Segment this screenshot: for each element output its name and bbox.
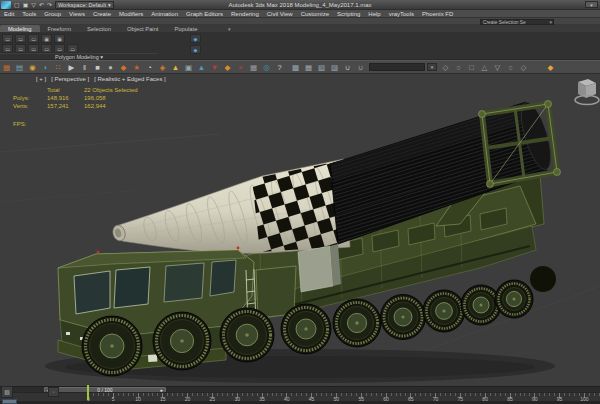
ribbon-button-blue[interactable]: ◆ bbox=[190, 45, 201, 54]
ribbon-button[interactable]: ▣ bbox=[54, 34, 65, 43]
menu-item[interactable]: Civil View bbox=[263, 11, 297, 17]
toolbar-icon[interactable]: ▶ bbox=[65, 62, 78, 73]
menu-item[interactable]: Create bbox=[89, 11, 115, 17]
menu-item[interactable]: Customize bbox=[297, 11, 333, 17]
toolbar-icon[interactable]: ◗ bbox=[39, 62, 52, 73]
track-bar-ruler[interactable]: 0510152025303540455055606570758085909510… bbox=[0, 392, 600, 401]
toolbar-icon[interactable]: ▼ bbox=[208, 62, 221, 73]
quick-access-icon[interactable]: ▣ bbox=[22, 1, 30, 9]
toolbar-icon[interactable]: ◇ bbox=[517, 62, 530, 73]
toolbar-icon[interactable]: △ bbox=[478, 62, 491, 73]
toolbar-icon[interactable]: ◎ bbox=[260, 62, 273, 73]
timeline-playhead[interactable] bbox=[87, 385, 89, 400]
ribbon-tab[interactable]: Populate bbox=[166, 25, 205, 32]
toolbar-icon[interactable]: ▤ bbox=[13, 62, 26, 73]
toolbar-icon[interactable]: ◆ bbox=[221, 62, 234, 73]
toolbar-icon[interactable]: ▽ bbox=[491, 62, 504, 73]
title-bar: ▢▣▽↶↷ Workspace: Default ▾ Autodesk 3ds … bbox=[0, 0, 600, 10]
toolbar-icon[interactable]: □ bbox=[465, 62, 478, 73]
ribbon-button[interactable]: ▭ bbox=[15, 44, 26, 53]
ribbon-tab[interactable]: Object Paint bbox=[119, 25, 167, 32]
ribbon-button[interactable]: ▭ bbox=[15, 34, 26, 43]
ribbon-button-blue[interactable]: ◆ bbox=[190, 34, 201, 43]
menu-item[interactable]: vrayTools bbox=[385, 11, 418, 17]
infocenter-box[interactable]: ▾ bbox=[585, 1, 598, 8]
ribbon-button[interactable]: ▭ bbox=[28, 44, 39, 53]
ribbon-button[interactable]: ▭ bbox=[41, 44, 52, 53]
ribbon-button[interactable]: ▭ bbox=[2, 44, 13, 53]
stats-fps: FPS: bbox=[13, 120, 138, 128]
menu-item[interactable]: Phoenix FD bbox=[418, 11, 457, 17]
toolbar-icon[interactable]: ▣ bbox=[182, 62, 195, 73]
ribbon-button[interactable]: ▣ bbox=[41, 34, 52, 43]
window-layout-icon[interactable]: ▨ bbox=[328, 62, 341, 73]
toolbar-icon[interactable]: ○ bbox=[452, 62, 465, 73]
menu-item[interactable]: Edit bbox=[0, 11, 18, 17]
window-layout-icon[interactable]: ▩ bbox=[289, 62, 302, 73]
viewport-shading-menu[interactable]: [ Realistic + Edged Faces ] bbox=[94, 76, 166, 82]
chevron-down-icon: ▾ bbox=[550, 20, 553, 24]
key-filter-button[interactable]: ◦ bbox=[48, 387, 59, 397]
toolbar-icon[interactable]: ◇ bbox=[439, 62, 452, 73]
toolbar-icon[interactable]: ★ bbox=[130, 62, 143, 73]
toolbar-icon[interactable]: ▲ bbox=[195, 62, 208, 73]
ribbon-tab[interactable]: Modeling bbox=[0, 25, 40, 32]
quick-access-toolbar: ▢▣▽↶↷ bbox=[13, 1, 53, 9]
menu-item[interactable]: Modifiers bbox=[115, 11, 147, 17]
toolbar-icon[interactable]: ○ bbox=[504, 62, 517, 73]
mini-curve-editor-button[interactable]: ▧ bbox=[1, 386, 13, 398]
shield-icon[interactable]: ◆ bbox=[544, 62, 557, 73]
menu-item[interactable]: Animation bbox=[147, 11, 182, 17]
ribbon-section-polygon-modeling[interactable]: Polygon Modeling ▾ bbox=[0, 53, 158, 60]
menu-item[interactable]: Tools bbox=[18, 11, 40, 17]
quick-access-icon[interactable]: ▢ bbox=[13, 1, 21, 9]
3dsmax-logo-icon[interactable] bbox=[1, 1, 11, 9]
toolbar-search-input[interactable] bbox=[369, 63, 425, 71]
named-selection-set-combo[interactable]: Create Selection Se ▾ bbox=[480, 19, 554, 25]
magnet-icon[interactable]: ∪ bbox=[354, 62, 367, 73]
toolbar-icon[interactable]: ◆ bbox=[117, 62, 130, 73]
workspace-selector[interactable]: Workspace: Default ▾ bbox=[55, 1, 114, 9]
toolbar-icon[interactable]: ? bbox=[273, 62, 286, 73]
bottom-left-panel-corner bbox=[2, 399, 17, 404]
toolbar-icon[interactable]: ■ bbox=[91, 62, 104, 73]
quick-access-icon[interactable]: ▽ bbox=[30, 1, 37, 9]
toolbar-icon[interactable]: × bbox=[234, 62, 247, 73]
toolbar-icon[interactable]: ● bbox=[104, 62, 117, 73]
ribbon-button[interactable]: ▭ bbox=[67, 44, 78, 53]
toolbar-icon[interactable]: ◔ bbox=[143, 62, 156, 73]
ribbon-tab[interactable]: Freeform bbox=[40, 25, 80, 32]
chevron-down-icon: ▾ bbox=[108, 2, 111, 8]
quick-access-icon[interactable]: ↷ bbox=[46, 1, 53, 9]
menu-item[interactable]: Rendering bbox=[227, 11, 263, 17]
menu-bar: EditToolsGroupViewsCreateModifiersAnimat… bbox=[0, 10, 600, 18]
viewcube[interactable] bbox=[575, 79, 599, 105]
viewport-pov-menu[interactable]: [ Perspective ] bbox=[51, 76, 89, 82]
menu-item[interactable]: Graph Editors bbox=[182, 11, 227, 17]
toolbar-icon[interactable]: ◈ bbox=[156, 62, 169, 73]
toolbar-icon[interactable]: ▦ bbox=[247, 62, 260, 73]
toolbar-icon[interactable]: ◉ bbox=[26, 62, 39, 73]
ribbon-button[interactable]: ▭ bbox=[54, 44, 65, 53]
menu-item[interactable]: Scripting bbox=[333, 11, 364, 17]
menu-item[interactable]: Views bbox=[65, 11, 89, 17]
window-layout-icon[interactable]: ▦ bbox=[302, 62, 315, 73]
ribbon-tab[interactable]: Selection bbox=[79, 25, 119, 32]
toolbar-icon[interactable]: ▦ bbox=[0, 62, 13, 73]
perspective-viewport[interactable]: [ + ] [ Perspective ] [ Realistic + Edge… bbox=[0, 74, 600, 386]
workspace-label: Workspace: Default bbox=[58, 2, 106, 8]
viewport-label: [ + ] [ Perspective ] [ Realistic + Edge… bbox=[36, 76, 166, 82]
toolbar-icon[interactable]: ▲ bbox=[169, 62, 182, 73]
ribbon-button[interactable]: ▭ bbox=[2, 34, 13, 43]
menu-item[interactable]: Group bbox=[40, 11, 65, 17]
toolbar-icon[interactable]: ∷ bbox=[52, 62, 65, 73]
magnet-icon[interactable]: ∪ bbox=[341, 62, 354, 73]
toolbar-icon[interactable]: ‖ bbox=[78, 62, 91, 73]
menu-item[interactable]: Help bbox=[364, 11, 384, 17]
viewport-general-menu[interactable]: [ + ] bbox=[36, 76, 46, 82]
missile-nose-cone[interactable] bbox=[111, 159, 350, 253]
quick-access-icon[interactable]: ↶ bbox=[38, 1, 45, 9]
window-layout-icon[interactable]: ▧ bbox=[315, 62, 328, 73]
ribbon-button[interactable]: ▭ bbox=[28, 34, 39, 43]
toolbar-mini-dropdown[interactable]: ▾ bbox=[427, 63, 437, 71]
